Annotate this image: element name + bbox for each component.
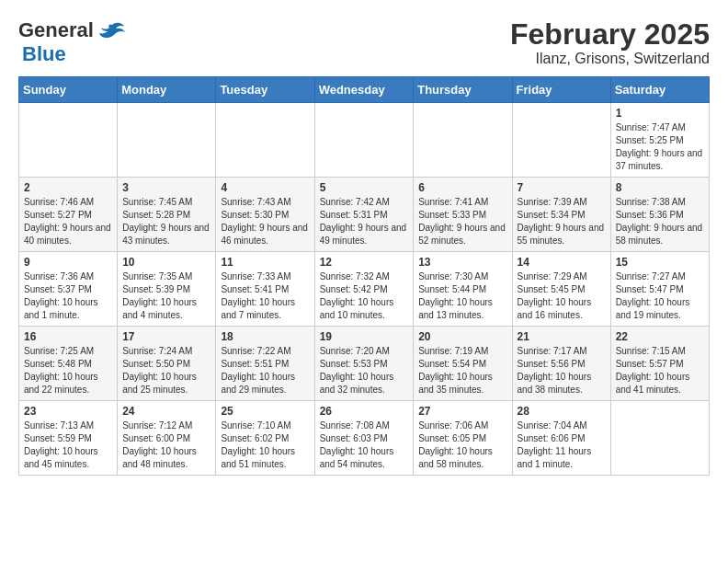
table-row: [118, 103, 216, 178]
day-info: Sunrise: 7:41 AM Sunset: 5:33 PM Dayligh…: [418, 196, 506, 247]
table-row: 10Sunrise: 7:35 AM Sunset: 5:39 PM Dayli…: [118, 252, 216, 327]
day-number: 10: [122, 256, 210, 269]
day-info: Sunrise: 7:17 AM Sunset: 5:56 PM Dayligh…: [518, 345, 606, 396]
day-number: 2: [24, 181, 112, 194]
col-sunday: Sunday: [19, 77, 118, 103]
day-number: 13: [418, 256, 506, 269]
table-row: 27Sunrise: 7:06 AM Sunset: 6:05 PM Dayli…: [414, 401, 512, 476]
table-row: 8Sunrise: 7:38 AM Sunset: 5:36 PM Daylig…: [610, 178, 709, 252]
day-number: 14: [518, 256, 606, 269]
col-saturday: Saturday: [610, 77, 709, 103]
day-info: Sunrise: 7:04 AM Sunset: 6:06 PM Dayligh…: [518, 419, 606, 471]
day-info: Sunrise: 7:10 AM Sunset: 6:02 PM Dayligh…: [221, 419, 309, 471]
day-info: Sunrise: 7:20 AM Sunset: 5:53 PM Dayligh…: [320, 345, 409, 396]
day-info: Sunrise: 7:46 AM Sunset: 5:27 PM Dayligh…: [24, 196, 112, 247]
day-info: Sunrise: 7:06 AM Sunset: 6:05 PM Dayligh…: [418, 419, 506, 471]
day-info: Sunrise: 7:25 AM Sunset: 5:48 PM Dayligh…: [24, 345, 112, 396]
table-row: 3Sunrise: 7:45 AM Sunset: 5:28 PM Daylig…: [118, 178, 216, 252]
calendar-week-5: 23Sunrise: 7:13 AM Sunset: 5:59 PM Dayli…: [19, 401, 710, 476]
day-info: Sunrise: 7:19 AM Sunset: 5:54 PM Dayligh…: [418, 345, 506, 396]
table-row: [414, 103, 512, 178]
table-row: [610, 401, 709, 476]
calendar-week-3: 9Sunrise: 7:36 AM Sunset: 5:37 PM Daylig…: [19, 252, 710, 327]
table-row: 17Sunrise: 7:24 AM Sunset: 5:50 PM Dayli…: [118, 327, 216, 401]
day-info: Sunrise: 7:33 AM Sunset: 5:41 PM Dayligh…: [221, 270, 309, 322]
logo: General Blue: [18, 18, 125, 66]
day-info: Sunrise: 7:24 AM Sunset: 5:50 PM Dayligh…: [122, 345, 210, 396]
table-row: 15Sunrise: 7:27 AM Sunset: 5:47 PM Dayli…: [610, 252, 709, 327]
day-number: 28: [518, 405, 606, 418]
col-monday: Monday: [118, 77, 216, 103]
day-info: Sunrise: 7:42 AM Sunset: 5:31 PM Dayligh…: [320, 196, 409, 247]
day-info: Sunrise: 7:15 AM Sunset: 5:57 PM Dayligh…: [616, 345, 704, 396]
col-wednesday: Wednesday: [314, 77, 414, 103]
day-number: 9: [24, 256, 112, 269]
day-info: Sunrise: 7:47 AM Sunset: 5:25 PM Dayligh…: [616, 121, 704, 173]
bird-icon: [99, 21, 125, 41]
table-row: 6Sunrise: 7:41 AM Sunset: 5:33 PM Daylig…: [414, 178, 512, 252]
table-row: 1Sunrise: 7:47 AM Sunset: 5:25 PM Daylig…: [610, 103, 709, 178]
calendar-week-2: 2Sunrise: 7:46 AM Sunset: 5:27 PM Daylig…: [19, 178, 710, 252]
day-number: 22: [616, 330, 704, 343]
day-number: 17: [122, 330, 210, 343]
day-number: 27: [418, 405, 506, 418]
day-info: Sunrise: 7:27 AM Sunset: 5:47 PM Dayligh…: [616, 270, 704, 322]
day-info: Sunrise: 7:13 AM Sunset: 5:59 PM Dayligh…: [24, 419, 112, 471]
table-row: 18Sunrise: 7:22 AM Sunset: 5:51 PM Dayli…: [216, 327, 314, 401]
table-row: 11Sunrise: 7:33 AM Sunset: 5:41 PM Dayli…: [216, 252, 314, 327]
table-row: 22Sunrise: 7:15 AM Sunset: 5:57 PM Dayli…: [610, 327, 709, 401]
day-info: Sunrise: 7:22 AM Sunset: 5:51 PM Dayligh…: [221, 345, 309, 396]
day-number: 26: [320, 405, 409, 418]
day-number: 25: [221, 405, 309, 418]
day-number: 5: [320, 181, 409, 194]
title-block: February 2025 Ilanz, Grisons, Switzerlan…: [510, 18, 710, 67]
day-number: 16: [24, 330, 112, 343]
table-row: [19, 103, 118, 178]
day-number: 15: [616, 256, 704, 269]
table-row: 20Sunrise: 7:19 AM Sunset: 5:54 PM Dayli…: [414, 327, 512, 401]
col-thursday: Thursday: [414, 77, 512, 103]
table-row: 7Sunrise: 7:39 AM Sunset: 5:34 PM Daylig…: [512, 178, 610, 252]
day-info: Sunrise: 7:32 AM Sunset: 5:42 PM Dayligh…: [320, 270, 409, 322]
day-info: Sunrise: 7:45 AM Sunset: 5:28 PM Dayligh…: [122, 196, 210, 247]
day-info: Sunrise: 7:08 AM Sunset: 6:03 PM Dayligh…: [320, 419, 409, 471]
day-info: Sunrise: 7:35 AM Sunset: 5:39 PM Dayligh…: [122, 270, 210, 322]
table-row: 12Sunrise: 7:32 AM Sunset: 5:42 PM Dayli…: [314, 252, 414, 327]
table-row: 28Sunrise: 7:04 AM Sunset: 6:06 PM Dayli…: [512, 401, 610, 476]
calendar-header-row: Sunday Monday Tuesday Wednesday Thursday…: [19, 77, 710, 103]
day-info: Sunrise: 7:38 AM Sunset: 5:36 PM Dayligh…: [616, 196, 704, 247]
calendar-week-4: 16Sunrise: 7:25 AM Sunset: 5:48 PM Dayli…: [19, 327, 710, 401]
day-number: 11: [221, 256, 309, 269]
day-number: 24: [122, 405, 210, 418]
table-row: 5Sunrise: 7:42 AM Sunset: 5:31 PM Daylig…: [314, 178, 414, 252]
day-number: 4: [221, 181, 309, 194]
table-row: [314, 103, 414, 178]
location-subtitle: Ilanz, Grisons, Switzerland: [510, 51, 710, 67]
table-row: 14Sunrise: 7:29 AM Sunset: 5:45 PM Dayli…: [512, 252, 610, 327]
col-tuesday: Tuesday: [216, 77, 314, 103]
day-number: 8: [616, 181, 704, 194]
month-year-title: February 2025: [510, 18, 710, 51]
table-row: 23Sunrise: 7:13 AM Sunset: 5:59 PM Dayli…: [19, 401, 118, 476]
day-number: 23: [24, 405, 112, 418]
table-row: 19Sunrise: 7:20 AM Sunset: 5:53 PM Dayli…: [314, 327, 414, 401]
day-info: Sunrise: 7:39 AM Sunset: 5:34 PM Dayligh…: [518, 196, 606, 247]
day-info: Sunrise: 7:36 AM Sunset: 5:37 PM Dayligh…: [24, 270, 112, 322]
day-info: Sunrise: 7:29 AM Sunset: 5:45 PM Dayligh…: [518, 270, 606, 322]
day-number: 20: [418, 330, 506, 343]
col-friday: Friday: [512, 77, 610, 103]
day-number: 19: [320, 330, 409, 343]
table-row: 2Sunrise: 7:46 AM Sunset: 5:27 PM Daylig…: [19, 178, 118, 252]
day-number: 18: [221, 330, 309, 343]
table-row: 24Sunrise: 7:12 AM Sunset: 6:00 PM Dayli…: [118, 401, 216, 476]
logo-blue-text: Blue: [22, 42, 66, 66]
calendar-table: Sunday Monday Tuesday Wednesday Thursday…: [18, 76, 710, 476]
table-row: [216, 103, 314, 178]
table-row: 25Sunrise: 7:10 AM Sunset: 6:02 PM Dayli…: [216, 401, 314, 476]
day-number: 3: [122, 181, 210, 194]
day-info: Sunrise: 7:30 AM Sunset: 5:44 PM Dayligh…: [418, 270, 506, 322]
table-row: 9Sunrise: 7:36 AM Sunset: 5:37 PM Daylig…: [19, 252, 118, 327]
table-row: 13Sunrise: 7:30 AM Sunset: 5:44 PM Dayli…: [414, 252, 512, 327]
day-info: Sunrise: 7:43 AM Sunset: 5:30 PM Dayligh…: [221, 196, 309, 247]
logo-text: General: [18, 18, 125, 42]
